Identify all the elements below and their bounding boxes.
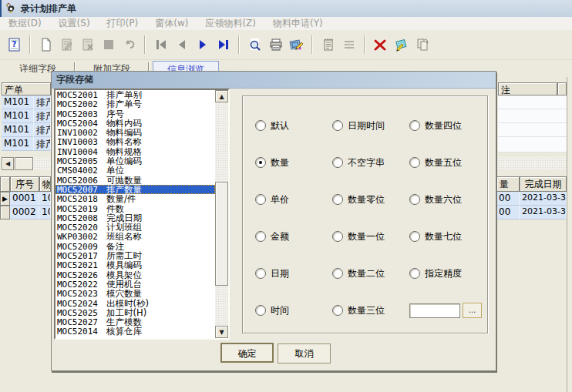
- table-row[interactable]: [498, 109, 567, 123]
- list-item[interactable]: MOC52019件数: [56, 204, 215, 213]
- table-row[interactable]: ▶ 0001 101: [0, 192, 51, 206]
- radio-amount[interactable]: 金额: [255, 229, 332, 244]
- table-row[interactable]: M101 排产: [2, 95, 51, 109]
- scroll-up-icon[interactable]: ▲: [215, 90, 228, 102]
- list-item[interactable]: MOC52025加工时(H): [56, 308, 215, 317]
- list-item[interactable]: MOC52026模具架位: [56, 270, 215, 280]
- radio-quantity[interactable]: 数量: [255, 155, 332, 170]
- menu-material-due[interactable]: 应领物料(Z): [197, 17, 264, 30]
- radio-unit-price[interactable]: 单价: [255, 192, 332, 207]
- menu-print[interactable]: 打印(P): [99, 17, 147, 30]
- copy-icon[interactable]: [412, 35, 432, 55]
- export-icon[interactable]: [391, 35, 412, 55]
- list-item[interactable]: MOC52017所需工时: [56, 251, 215, 260]
- table-row[interactable]: 00 2021-03-31: [496, 192, 567, 206]
- menu-material-request[interactable]: 物料申请(Y): [264, 17, 331, 30]
- list-item[interactable]: MOC52008完成日期: [56, 213, 215, 223]
- notes-icon[interactable]: [318, 35, 338, 55]
- table-row[interactable]: 00 2021-03-31: [496, 206, 567, 219]
- list-item-selected[interactable]: MOC52007排产数量: [56, 185, 215, 194]
- list-item[interactable]: MOC52005单位编码: [56, 156, 215, 166]
- list-item[interactable]: INV10002物料编码: [56, 128, 215, 137]
- ok-button[interactable]: 确定: [220, 343, 274, 363]
- list-item[interactable]: MOC52024出模时(秒): [56, 299, 215, 308]
- radio-datetime[interactable]: 日期时间: [332, 118, 409, 133]
- table-row[interactable]: 0002 101: [0, 206, 51, 219]
- table-row[interactable]: M101 排产: [2, 109, 51, 123]
- post-record-icon[interactable]: [98, 35, 119, 55]
- list-item[interactable]: WKP03002班组名称: [56, 232, 215, 241]
- result-cell-date: 2021-03-31: [520, 206, 567, 219]
- vscroll-track[interactable]: [215, 102, 228, 326]
- radio-time[interactable]: 时间: [255, 303, 332, 318]
- list-item[interactable]: MOC52018数量/件: [56, 194, 215, 203]
- radio-qty-1-digit[interactable]: 数量一位: [332, 229, 409, 244]
- radio-specified-precision[interactable]: 指定精度: [409, 266, 482, 281]
- list-item[interactable]: MOC52001排产单别: [56, 90, 215, 99]
- table-row[interactable]: M101 排产: [2, 123, 51, 137]
- table-row[interactable]: [498, 95, 567, 109]
- radio-qty-5-digits[interactable]: 数量五位: [409, 155, 482, 170]
- precision-more-button[interactable]: ...: [463, 303, 482, 318]
- radio-qty-3-digits[interactable]: 数量三位: [332, 303, 409, 318]
- remark-grid-hscrollbar-track[interactable]: [498, 157, 567, 170]
- radio-qty-7-digits[interactable]: 数量七位: [409, 229, 482, 244]
- last-record-icon[interactable]: [213, 35, 234, 55]
- scroll-down-icon[interactable]: ▼: [215, 326, 228, 338]
- scroll-left-icon[interactable]: ◀: [2, 157, 14, 170]
- cancel-button[interactable]: 取消: [278, 343, 331, 364]
- radio-date[interactable]: 日期: [255, 266, 332, 281]
- list-item[interactable]: MOC52020计划班组: [56, 223, 215, 232]
- delete-icon[interactable]: [370, 35, 391, 55]
- list-item[interactable]: MOC52002排产单号: [56, 99, 215, 109]
- radio-default[interactable]: 默认: [255, 118, 332, 133]
- list-item[interactable]: MOC52003序号: [56, 109, 215, 119]
- radio-qty-2-digits[interactable]: 数量二位: [332, 266, 409, 281]
- list-item[interactable]: MOC52023模穴数量: [56, 289, 215, 298]
- list-vscrollbar[interactable]: ▲ ▼: [215, 90, 228, 338]
- next-record-icon[interactable]: [192, 35, 213, 55]
- menu-data[interactable]: 数据(D): [0, 17, 50, 30]
- precision-input[interactable]: [409, 303, 460, 318]
- print-icon[interactable]: [265, 35, 286, 55]
- list-item[interactable]: CMS04002单位: [56, 166, 215, 175]
- radio-nonempty-string[interactable]: 不空字串: [332, 155, 409, 170]
- plan-grid-hscrollbar[interactable]: ◀: [2, 157, 51, 170]
- print-preview-icon[interactable]: [244, 35, 265, 55]
- prior-record-icon[interactable]: [171, 35, 192, 55]
- table-row[interactable]: [498, 123, 567, 137]
- table-row[interactable]: M101 排产: [2, 137, 51, 151]
- radio-dot: [255, 268, 266, 279]
- radio-qty-0-digits[interactable]: 数量零位: [332, 192, 409, 207]
- radio-qty-4-digits[interactable]: 数量四位: [409, 118, 482, 133]
- print-setup-icon[interactable]: [286, 35, 307, 55]
- edit-record-icon[interactable]: [56, 35, 77, 55]
- hscroll-thumb[interactable]: [15, 157, 33, 170]
- radio-qty-6-digits[interactable]: 数量六位: [409, 192, 482, 207]
- list-item[interactable]: INV10003物料名称: [56, 137, 215, 146]
- first-record-icon[interactable]: [150, 35, 171, 55]
- new-record-icon[interactable]: [35, 35, 56, 55]
- toolbar-separator: [238, 35, 240, 54]
- list-item[interactable]: MOC52014核算仓库: [56, 327, 215, 336]
- list-item[interactable]: MOC52027生产模数: [56, 317, 215, 327]
- help-contents-icon[interactable]: ?: [4, 35, 25, 55]
- list-item[interactable]: INV10004物料规格: [56, 147, 215, 156]
- remark-grid-header-edge: [557, 82, 567, 95]
- list-item[interactable]: MOC52022使用机台: [56, 280, 215, 289]
- delete-record-icon[interactable]: [77, 35, 98, 55]
- menu-window[interactable]: 窗体(w): [146, 17, 197, 30]
- toolbar-separator: [364, 35, 365, 54]
- table-row[interactable]: [498, 137, 567, 152]
- undo-icon[interactable]: [119, 35, 140, 55]
- list-item[interactable]: MOC52006可抛数量: [56, 176, 215, 185]
- list-item[interactable]: MOC52009备注: [56, 242, 215, 251]
- list-item[interactable]: MOC52004物料内码: [56, 119, 215, 128]
- dialog-title[interactable]: 字段存储: [52, 72, 496, 89]
- vscroll-thumb[interactable]: [215, 182, 228, 286]
- menu-settings[interactable]: 设置(S): [50, 17, 99, 30]
- list-item[interactable]: MOC52021模具编码: [56, 260, 215, 270]
- summary-icon[interactable]: [338, 35, 359, 55]
- detail-cell-material: 101: [39, 192, 51, 206]
- field-listbox[interactable]: MOC52001排产单别 MOC52002排产单号 MOC52003序号 MOC…: [54, 89, 230, 340]
